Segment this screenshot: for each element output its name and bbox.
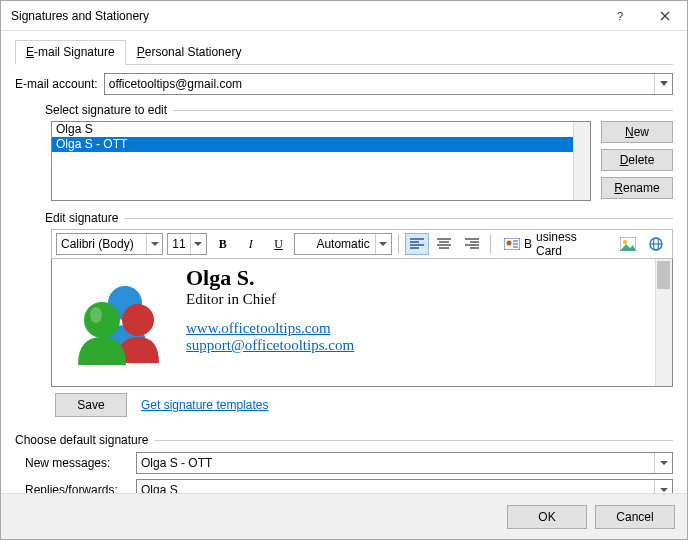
- new-messages-label: New messages:: [25, 456, 130, 470]
- new-messages-combo[interactable]: Olga S - OTT: [136, 452, 673, 474]
- align-center-icon: [437, 238, 451, 250]
- dialog-window: Signatures and Stationery ? E-mail Signa…: [0, 0, 688, 540]
- titlebar: Signatures and Stationery ?: [1, 1, 687, 31]
- window-title: Signatures and Stationery: [11, 9, 597, 23]
- signature-website-link[interactable]: www.officetooltips.com: [186, 320, 331, 336]
- signature-preview: Olga S. Editor in Chief www.officetoolti…: [52, 259, 362, 386]
- email-account-value: officetooltips@gmail.com: [109, 77, 242, 91]
- save-button[interactable]: Save: [55, 393, 127, 417]
- italic-button[interactable]: I: [239, 233, 263, 255]
- svg-point-10: [90, 307, 102, 323]
- new-button[interactable]: New: [601, 121, 673, 143]
- signature-edit-area[interactable]: Olga S. Editor in Chief www.officetoolti…: [51, 259, 673, 387]
- select-signature-group: Select signature to edit: [15, 103, 673, 117]
- email-account-label: E-mail account:: [15, 77, 98, 91]
- chevron-down-icon: [146, 234, 162, 254]
- scrollbar[interactable]: [573, 122, 590, 200]
- svg-point-8: [122, 304, 154, 336]
- tab-personal-stationery[interactable]: Personal Stationery: [126, 40, 253, 65]
- chevron-down-icon: [654, 480, 672, 493]
- signature-email-link[interactable]: support@officetooltips.com: [186, 337, 354, 353]
- scrollbar[interactable]: [655, 259, 672, 386]
- align-left-button[interactable]: [405, 233, 429, 255]
- email-account-row: E-mail account: officetooltips@gmail.com: [15, 73, 673, 95]
- choose-default-group: Choose default signature New messages: O…: [15, 425, 673, 493]
- hyperlink-icon: [648, 236, 664, 252]
- underline-button[interactable]: U: [267, 233, 291, 255]
- edit-toolbar: Calibri (Body) 11 B I U Automatic: [51, 229, 673, 259]
- tab-email-signature[interactable]: E-mail Signature: [15, 40, 126, 65]
- signature-list-area: Olga S Olga S - OTT New Delete Rename: [15, 121, 673, 201]
- edit-signature-label: Edit signature: [45, 211, 118, 225]
- chevron-down-icon: [654, 453, 672, 473]
- font-size-select[interactable]: 11: [167, 233, 207, 255]
- align-left-icon: [410, 238, 424, 250]
- svg-point-4: [623, 240, 627, 244]
- svg-point-9: [84, 302, 120, 338]
- list-item[interactable]: Olga S: [52, 122, 590, 137]
- svg-text:?: ?: [616, 10, 622, 22]
- close-icon: [660, 11, 670, 21]
- ok-button[interactable]: OK: [507, 505, 587, 529]
- select-signature-label: Select signature to edit: [45, 103, 167, 117]
- insert-hyperlink-button[interactable]: [644, 233, 668, 255]
- under-edit-row: Save Get signature templates: [51, 393, 673, 417]
- dialog-content: E-mail Signature Personal Stationery E-m…: [1, 31, 687, 493]
- chevron-down-icon: [375, 234, 391, 254]
- replies-forwards-combo[interactable]: Olga S: [136, 479, 673, 493]
- list-item[interactable]: Olga S - OTT: [52, 137, 590, 152]
- help-icon: ?: [614, 10, 626, 22]
- chevron-down-icon: [190, 234, 206, 254]
- business-card-icon: [504, 238, 520, 250]
- signature-name: Olga S.: [186, 265, 354, 291]
- edit-signature-group: Edit signature: [15, 211, 673, 225]
- align-center-button[interactable]: [433, 233, 457, 255]
- svg-point-2: [507, 241, 512, 246]
- cancel-button[interactable]: Cancel: [595, 505, 675, 529]
- align-right-button[interactable]: [460, 233, 484, 255]
- signature-listbox[interactable]: Olga S Olga S - OTT: [51, 121, 591, 201]
- business-card-button[interactable]: Business Card: [497, 233, 612, 255]
- picture-icon: [620, 237, 636, 251]
- rename-button[interactable]: Rename: [601, 177, 673, 199]
- bold-button[interactable]: B: [211, 233, 235, 255]
- tab-bar: E-mail Signature Personal Stationery: [15, 39, 673, 65]
- templates-link[interactable]: Get signature templates: [141, 398, 268, 412]
- signature-role: Editor in Chief: [186, 291, 354, 308]
- font-color-select[interactable]: Automatic: [294, 233, 391, 255]
- signature-buttons: New Delete Rename: [601, 121, 673, 201]
- people-icon: [60, 265, 168, 365]
- chevron-down-icon: [654, 74, 672, 94]
- replies-forwards-label: Replies/forwards:: [25, 483, 130, 493]
- insert-picture-button[interactable]: [616, 233, 640, 255]
- choose-default-label: Choose default signature: [15, 433, 148, 447]
- font-select[interactable]: Calibri (Body): [56, 233, 163, 255]
- email-account-combo[interactable]: officetooltips@gmail.com: [104, 73, 673, 95]
- close-button[interactable]: [642, 1, 687, 31]
- dialog-footer: OK Cancel: [1, 493, 687, 539]
- help-button[interactable]: ?: [597, 1, 642, 31]
- align-right-icon: [465, 238, 479, 250]
- delete-button[interactable]: Delete: [601, 149, 673, 171]
